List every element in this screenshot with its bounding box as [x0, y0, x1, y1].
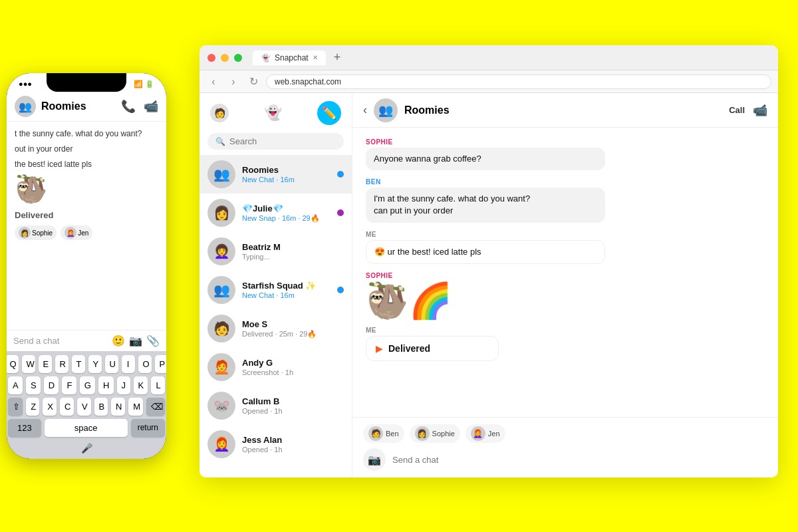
chat-list-item-0[interactable]: 👥 Roomies New Chat · 16m [200, 155, 352, 194]
browser-tab-close[interactable]: ✕ [313, 54, 318, 61]
key-m[interactable]: M [128, 398, 143, 416]
key-space[interactable]: space [45, 419, 128, 437]
key-y[interactable]: Y [88, 355, 102, 373]
key-c[interactable]: C [60, 398, 74, 416]
chat-info-7: Jess Alan Opened · 1h [242, 435, 344, 454]
key-q[interactable]: Q [7, 355, 19, 373]
chat-indicator-1 [337, 209, 344, 216]
key-s[interactable]: S [26, 376, 41, 394]
back-button[interactable]: ‹ [363, 103, 367, 117]
chat-list-item-5[interactable]: 🧑‍🦰 Andy G Screenshot · 1h [200, 348, 352, 386]
chat-input-row: 📷 [363, 448, 767, 471]
key-f[interactable]: F [62, 376, 76, 394]
key-x[interactable]: X [43, 398, 57, 416]
key-l[interactable]: L [151, 376, 165, 394]
search-input[interactable] [229, 136, 341, 146]
photo-icon[interactable]: 📷 [129, 334, 142, 347]
key-g[interactable]: G [80, 376, 95, 394]
key-shift[interactable]: ⇧ [8, 398, 23, 416]
signal-icon: ●●● [19, 80, 32, 88]
chat-sub-5: Screenshot · 1h [242, 368, 344, 376]
key-r[interactable]: R [55, 355, 68, 373]
key-d[interactable]: D [44, 376, 59, 394]
emoji-icon[interactable]: 🙂 [112, 334, 125, 347]
keyboard-row-2: A S D F G H J K L [8, 376, 165, 394]
phone-sticker: 🦥 [15, 174, 158, 205]
key-k[interactable]: K [134, 376, 148, 394]
user-avatar[interactable]: 🧑 [210, 104, 229, 122]
key-p[interactable]: P [155, 355, 167, 373]
call-button[interactable]: Call [729, 105, 745, 115]
chat-header-name: Roomies [404, 104, 722, 116]
browser-back-button[interactable]: ‹ [206, 74, 221, 89]
search-bar[interactable]: 🔍 [207, 133, 344, 150]
msg-sticker-3: 🦥🌈 [366, 281, 765, 319]
keyboard-row-1: Q W E R T Y U I O P [8, 355, 165, 373]
key-h[interactable]: H [98, 376, 114, 394]
chat-avatar-2: 👩‍🦱 [207, 237, 235, 265]
phone-reactions-row: 👩 Sophie 👩‍🦰 Jen [15, 225, 158, 240]
key-a[interactable]: A [8, 376, 23, 394]
key-return[interactable]: return [131, 419, 165, 437]
phone-screen: ●●● 📶 🔋 👥 Roomies 📞 📹 t the sunny cafe. … [7, 73, 166, 459]
chat-name-4: Moe S [242, 319, 344, 329]
phone-input-icons: 🙂 📷 📎 [112, 334, 160, 347]
key-j[interactable]: J [117, 376, 130, 394]
camera-button[interactable]: 📷 [363, 448, 386, 471]
chat-info-1: 💎Julie💎 New Snap · 16m · 29🔥 [242, 203, 331, 223]
key-v[interactable]: V [77, 398, 91, 416]
key-delete[interactable]: ⌫ [146, 398, 165, 416]
browser-reload-button[interactable]: ↻ [246, 74, 261, 89]
phone-notch [47, 73, 126, 92]
message-group-3: SOPHIE🦥🌈 [366, 272, 765, 319]
phone-input-bar[interactable]: Send a chat 🙂 📷 📎 [7, 330, 166, 351]
chat-list-item-6[interactable]: 🐭 Callum B Opened · 1h [200, 386, 352, 425]
browser-tab-snapchat[interactable]: 👻 Snapchat ✕ [253, 51, 326, 65]
key-z[interactable]: Z [26, 398, 39, 416]
phone-video-icon[interactable]: 📹 [144, 99, 158, 114]
key-w[interactable]: W [22, 355, 35, 373]
chat-list-item-2[interactable]: 👩‍🦱 Beatriz M Typing... [200, 232, 352, 271]
reaction-name-1: Sophie [432, 430, 455, 438]
new-tab-button[interactable]: + [334, 51, 341, 65]
reaction-avatar-0: 🧑 [368, 426, 383, 441]
browser-forward-button[interactable]: › [226, 74, 241, 89]
key-t[interactable]: T [72, 355, 85, 373]
chat-sub-6: Opened · 1h [242, 407, 344, 415]
chat-list-item-7[interactable]: 👩‍🦰 Jess Alan Opened · 1h [200, 425, 352, 464]
key-n[interactable]: N [111, 398, 125, 416]
key-o[interactable]: O [138, 355, 152, 373]
mic-icon[interactable]: 🎤 [81, 443, 92, 454]
traffic-light-yellow[interactable] [221, 54, 229, 62]
traffic-light-red[interactable] [207, 54, 215, 62]
key-b[interactable]: B [94, 398, 108, 416]
battery-icon: 📶 🔋 [134, 80, 154, 88]
browser-url-bar[interactable]: web.snapchat.com [266, 74, 771, 89]
phone-chat-header: 👥 Roomies 📞 📹 [7, 92, 166, 122]
chat-avatar-1: 👩 [207, 199, 235, 227]
traffic-light-green[interactable] [234, 54, 242, 62]
delivered-text: Delivered [388, 343, 430, 354]
video-call-icon[interactable]: 📹 [753, 103, 767, 118]
key-123[interactable]: 123 [8, 419, 41, 437]
reaction-ben: 🧑 Ben [363, 424, 404, 443]
phone-call-icon[interactable]: 📞 [121, 99, 136, 114]
msg-sender-label-4: ME [366, 327, 765, 334]
chat-info-4: Moe S Delivered · 25m · 29🔥 [242, 319, 344, 338]
paperclip-icon[interactable]: 📎 [146, 334, 160, 347]
key-i[interactable]: I [122, 355, 135, 373]
compose-button[interactable]: ✏️ [317, 101, 341, 125]
chat-list-item-3[interactable]: 👥 Starfish Squad ✨ New Chat · 16m [200, 271, 352, 309]
chat-input[interactable] [392, 455, 767, 465]
phone-messages: t the sunny cafe. what do you want? out … [7, 122, 166, 330]
chat-avatar-3: 👥 [207, 276, 235, 304]
key-u[interactable]: U [105, 355, 118, 373]
phone-header-actions: 📞 📹 [121, 99, 158, 114]
key-e[interactable]: E [39, 355, 52, 373]
snapchat-sidebar: 🧑 👻 ✏️ 🔍 👥 Roomies New Chat · 16m 👩 💎Jul… [200, 93, 352, 477]
message-group-4: ME▶ Delivered [366, 327, 765, 361]
chat-name-5: Andy G [242, 358, 344, 368]
chat-list-item-4[interactable]: 🧑 Moe S Delivered · 25m · 29🔥 [200, 309, 352, 348]
msg-bubble-1: I'm at the sunny cafe. what do you want?… [366, 188, 605, 222]
chat-list-item-1[interactable]: 👩 💎Julie💎 New Snap · 16m · 29🔥 [200, 194, 352, 232]
